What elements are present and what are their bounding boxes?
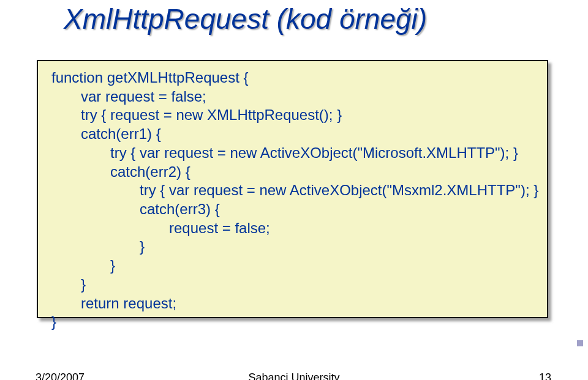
code-line: } (51, 237, 536, 256)
decoration-square (577, 340, 583, 346)
code-line: catch(err2) { (51, 163, 536, 182)
code-line: catch(err3) { (51, 200, 536, 219)
code-line: try { var request = new ActiveXObject("M… (51, 144, 536, 163)
code-line: function getXMLHttpRequest { (51, 69, 536, 88)
code-line: return request; (51, 294, 536, 313)
code-box: function getXMLHttpRequest { var request… (37, 60, 548, 318)
footer-org: Sabanci University (0, 371, 588, 380)
slide-title: XmlHttpRequest (kod örneği) (64, 2, 427, 35)
code-line: try { request = new XMLHttpRequest(); } (51, 106, 536, 125)
code-line: } (51, 256, 536, 275)
code-line: } (51, 275, 536, 294)
code-line: catch(err1) { (51, 125, 536, 144)
code-line: request = false; (51, 219, 536, 238)
code-line: } (51, 313, 536, 332)
footer-page: 13 (539, 371, 551, 380)
code-line: var request = false; (51, 88, 536, 106)
slide: XmlHttpRequest (kod örneği) function get… (0, 0, 588, 380)
code-line: try { var request = new ActiveXObject("M… (51, 181, 536, 200)
